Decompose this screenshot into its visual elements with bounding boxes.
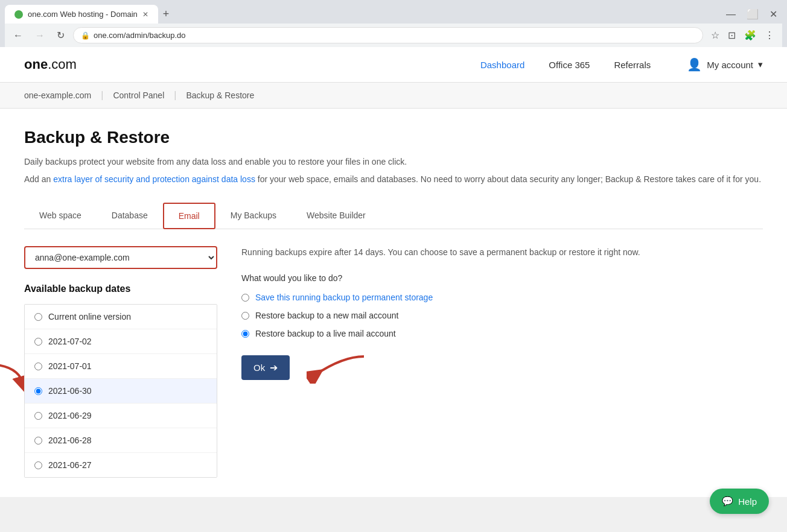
app-header: one.com Dashboard Office 365 Referrals 👤…: [0, 47, 787, 83]
content-layout: anna@one-example.com Available backup da…: [24, 246, 763, 478]
nav-office365[interactable]: Office 365: [549, 60, 590, 70]
tab-favicon: [14, 10, 23, 19]
action-option-live-mail[interactable]: Restore backup to a live mail account: [241, 329, 763, 338]
close-button[interactable]: ✕: [765, 7, 782, 21]
account-icon: 👤: [687, 57, 702, 72]
logo-text: one.com: [24, 57, 77, 72]
menu-button[interactable]: ⋮: [762, 28, 777, 42]
backup-date-2021-06-27[interactable]: 2021-06-27: [25, 453, 217, 477]
maximize-button[interactable]: ⬜: [742, 7, 763, 21]
breadcrumb-current: Backup & Restore: [186, 90, 254, 100]
backup-date-2021-07-02[interactable]: 2021-07-02: [25, 329, 217, 354]
tab-title: one.com Web hosting - Domain: [28, 10, 138, 19]
backup-date-radio-2021-06-29[interactable]: [34, 412, 42, 420]
backup-date-label-2021-06-29: 2021-06-29: [48, 411, 92, 420]
browser-tab[interactable]: one.com Web hosting - Domain ✕: [5, 5, 158, 24]
backup-date-label-2021-06-27: 2021-06-27: [48, 460, 92, 470]
breadcrumb: one-example.com | Control Panel | Backup…: [0, 83, 787, 109]
help-button[interactable]: 💬 Help: [710, 489, 769, 497]
help-button-label: Help: [738, 496, 757, 498]
arrow-indicator-ok: [307, 350, 367, 384]
page-desc-1: Daily backups protect your website from …: [24, 156, 763, 168]
url-text: one.com/admin/backup.do: [94, 31, 185, 40]
ok-button-label: Ok: [253, 363, 265, 373]
main-nav: Dashboard Office 365 Referrals: [480, 60, 651, 70]
action-radio-save[interactable]: [241, 294, 249, 302]
bookmark-button[interactable]: ☆: [708, 28, 722, 42]
account-section[interactable]: 👤 My account ▾: [687, 57, 763, 72]
backup-date-radio-current[interactable]: [34, 313, 42, 321]
refresh-button[interactable]: ↻: [53, 28, 68, 42]
action-option-new-mail[interactable]: Restore backup to a new mail account: [241, 311, 763, 320]
ok-button[interactable]: Ok ➔: [241, 355, 290, 380]
breadcrumb-control-panel[interactable]: Control Panel: [113, 90, 164, 100]
account-label: My account: [707, 60, 753, 70]
backup-date-radio-2021-06-28[interactable]: [34, 437, 42, 445]
dates-scroll[interactable]: Current online version 2021-07-02 2021-0…: [24, 304, 217, 478]
right-panel: Running backups expire after 14 days. Yo…: [241, 246, 763, 478]
backup-date-radio-2021-07-01[interactable]: [34, 363, 42, 370]
address-bar[interactable]: 🔒 one.com/admin/backup.do: [73, 27, 703, 43]
backup-date-label-2021-07-02: 2021-07-02: [48, 337, 92, 346]
lock-icon: 🔒: [81, 31, 90, 40]
email-select-wrapper: anna@one-example.com: [24, 246, 217, 269]
tabs: Web space Database Email My Backups Webs…: [24, 203, 763, 229]
backup-date-label-current: Current online version: [48, 312, 131, 321]
help-icon: 💬: [722, 496, 733, 497]
breadcrumb-sep-1: |: [101, 90, 103, 101]
tab-database[interactable]: Database: [97, 203, 163, 229]
reading-mode-button[interactable]: ⊡: [725, 28, 739, 42]
action-radio-new-mail[interactable]: [241, 312, 249, 320]
backup-date-radio-2021-07-02[interactable]: [34, 338, 42, 346]
backup-date-current[interactable]: Current online version: [25, 305, 217, 329]
email-select[interactable]: anna@one-example.com: [24, 246, 217, 269]
backup-date-2021-06-29[interactable]: 2021-06-29: [25, 404, 217, 428]
backup-date-label-2021-07-01: 2021-07-01: [48, 361, 92, 371]
breadcrumb-sep-2: |: [174, 90, 176, 101]
ok-btn-container: Ok ➔: [241, 355, 290, 380]
backup-date-2021-06-30[interactable]: 2021-06-30: [25, 379, 217, 404]
action-label-live-mail: Restore backup to a live mail account: [255, 329, 396, 338]
action-label-new-mail: Restore backup to a new mail account: [255, 311, 398, 320]
chevron-down-icon: ▾: [758, 59, 763, 70]
logo[interactable]: one.com: [24, 57, 77, 72]
backup-date-radio-2021-06-27[interactable]: [34, 461, 42, 469]
backup-date-radio-2021-06-30[interactable]: [34, 387, 42, 395]
action-link-save[interactable]: Save this running backup to permanent st…: [255, 293, 433, 302]
page-title: Backup & Restore: [24, 128, 763, 147]
dates-container: Current online version 2021-07-02 2021-0…: [24, 304, 217, 478]
nav-dashboard[interactable]: Dashboard: [480, 60, 524, 70]
backup-date-label-2021-06-28: 2021-06-28: [48, 435, 92, 445]
action-radio-live-mail[interactable]: [241, 330, 249, 338]
back-button[interactable]: ←: [10, 29, 27, 42]
main-content: Backup & Restore Daily backups protect y…: [0, 109, 787, 497]
page-desc-2-link[interactable]: extra layer of security and protection a…: [53, 174, 255, 184]
left-panel: anna@one-example.com Available backup da…: [24, 246, 217, 478]
action-options: Save this running backup to permanent st…: [241, 293, 763, 338]
forward-button[interactable]: →: [31, 29, 48, 42]
action-label-save: Save this running backup to permanent st…: [255, 293, 433, 302]
breadcrumb-domain[interactable]: one-example.com: [24, 90, 91, 100]
backup-date-label-2021-06-30: 2021-06-30: [48, 386, 92, 396]
backup-date-2021-06-28[interactable]: 2021-06-28: [25, 428, 217, 453]
action-option-save[interactable]: Save this running backup to permanent st…: [241, 293, 763, 302]
backup-info: Running backups expire after 14 days. Yo…: [241, 246, 763, 259]
tab-website-builder[interactable]: Website Builder: [292, 203, 381, 229]
page-desc-2: Add an extra layer of security and prote…: [24, 173, 763, 186]
tab-close-button[interactable]: ✕: [142, 10, 148, 19]
backup-date-2021-07-01[interactable]: 2021-07-01: [25, 354, 217, 379]
nav-referrals[interactable]: Referrals: [614, 60, 651, 70]
tab-my-backups[interactable]: My Backups: [215, 203, 292, 229]
tab-email[interactable]: Email: [163, 203, 215, 229]
ok-button-arrow-icon: ➔: [270, 362, 278, 373]
tab-web-space[interactable]: Web space: [24, 203, 97, 229]
action-title: What would you like to do?: [241, 273, 763, 283]
minimize-button[interactable]: —: [721, 7, 741, 21]
page-desc-2-suffix: for your web space, emails and databases…: [255, 174, 761, 184]
new-tab-button[interactable]: +: [158, 5, 174, 23]
extensions-button[interactable]: 🧩: [741, 28, 759, 42]
page-desc-2-prefix: Add an: [24, 174, 53, 184]
backup-dates-title: Available backup dates: [24, 283, 217, 294]
